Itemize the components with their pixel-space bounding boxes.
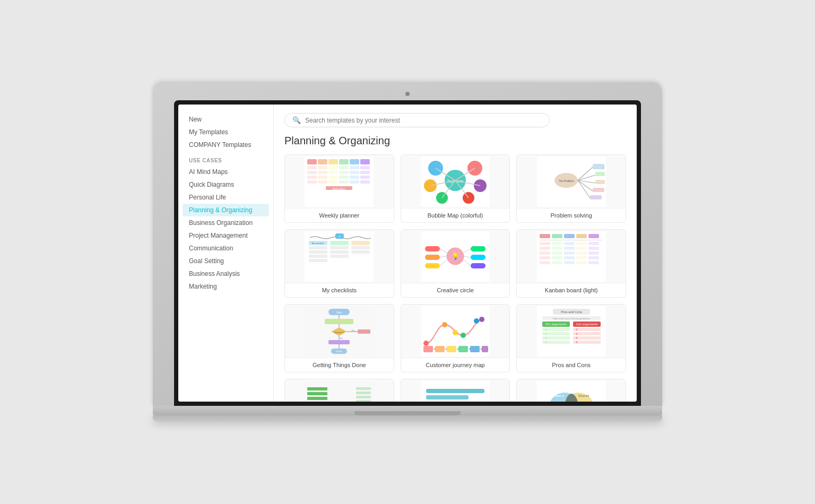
svg-rect-136: [358, 329, 370, 334]
template-label-getting-things-done: Getting Things Done: [285, 358, 394, 372]
svg-rect-99: [576, 234, 587, 238]
template-label-problem-solving: Problem solving: [517, 208, 626, 222]
sidebar-item-business-organization[interactable]: Business Organization: [178, 216, 273, 229]
svg-rect-5: [350, 159, 359, 164]
template-card-my-checklists[interactable]: ✓ My checklist My checklists: [284, 229, 394, 298]
template-card-venn-diagram[interactable]: Item 1 Shared: [516, 379, 626, 402]
template-thumb-pros-and-cons: Pros and Cons Table of the most of the k…: [517, 305, 626, 358]
sidebar-item-new[interactable]: New: [178, 113, 273, 126]
sidebar-item-quick-diagrams[interactable]: Quick Diagrams: [178, 178, 273, 191]
svg-rect-126: [588, 261, 599, 264]
svg-rect-103: [552, 242, 562, 245]
sidebar-item-communication[interactable]: Communication: [178, 242, 273, 255]
svg-rect-122: [540, 261, 550, 264]
pros-cons-svg: Pros and Cons Table of the most of the k…: [537, 306, 606, 357]
svg-text:Yes: Yes: [351, 329, 355, 332]
svg-rect-56: [593, 164, 604, 169]
svg-rect-123: [552, 261, 562, 264]
template-label-creative-circle: Creative circle: [401, 283, 510, 297]
svg-rect-104: [564, 242, 575, 245]
svg-rect-70: [330, 246, 349, 249]
svg-rect-119: [564, 256, 575, 259]
template-card-weekly-planner[interactable]: Main ideas Weekly planner: [284, 154, 394, 223]
my-checklists-svg: ✓ My checklist: [305, 231, 374, 282]
template-thumb-problem-solving: The Problem: [517, 155, 626, 208]
search-bar[interactable]: 🔍: [284, 113, 550, 127]
sidebar-item-planning-organizing[interactable]: Planning & Organizing: [183, 204, 269, 216]
svg-rect-58: [595, 180, 605, 184]
template-card-creative-circle[interactable]: 💡: [401, 229, 510, 298]
template-thumb-timeline: [401, 379, 510, 402]
template-card-getting-things-done[interactable]: Start Decision?: [284, 304, 394, 372]
svg-rect-26: [318, 180, 327, 184]
svg-rect-59: [593, 188, 604, 192]
svg-rect-18: [360, 171, 370, 174]
svg-text:My checklist: My checklist: [312, 242, 324, 245]
screen-bezel: New My Templates COMPANY Templates USE C…: [174, 100, 641, 406]
svg-rect-21: [328, 176, 338, 179]
sidebar-item-ai-mind-maps[interactable]: AI Mind Maps: [178, 166, 273, 178]
sidebar-item-goal-setting[interactable]: Goal Setting: [178, 255, 273, 267]
template-card-timeline[interactable]: [401, 379, 510, 402]
laptop-bottom: [153, 415, 662, 422]
template-card-problem-solving[interactable]: The Problem: [516, 154, 626, 223]
svg-rect-107: [540, 247, 550, 250]
svg-rect-199: [356, 387, 371, 390]
svg-rect-4: [339, 159, 349, 164]
template-card-kanban-board[interactable]: Kanban board (light): [516, 229, 626, 298]
svg-rect-191: [307, 402, 327, 402]
svg-text:✓: ✓: [545, 341, 547, 344]
svg-rect-152: [435, 346, 445, 352]
svg-rect-110: [576, 247, 587, 250]
svg-text:Decision?: Decision?: [335, 331, 344, 334]
weekly-planner-svg: Main ideas: [305, 157, 374, 207]
svg-text:No: No: [340, 337, 343, 340]
svg-rect-200: [356, 392, 371, 394]
svg-rect-17: [350, 171, 359, 174]
svg-rect-66: [309, 250, 327, 254]
svg-text:Done: Done: [336, 350, 342, 353]
kanban-svg: [537, 231, 606, 282]
search-icon: 🔍: [292, 116, 301, 124]
template-thumb-my-checklists: ✓ My checklist: [285, 230, 394, 283]
svg-text:The Problem: The Problem: [558, 179, 574, 183]
sidebar-item-my-templates[interactable]: My Templates: [178, 126, 273, 138]
svg-rect-8: [318, 166, 327, 169]
template-thumb-venn-diagram: Item 1 Shared: [517, 379, 626, 402]
sidebar-item-project-management[interactable]: Project Management: [178, 229, 273, 242]
svg-text:Main ideas: Main ideas: [333, 187, 346, 190]
svg-rect-115: [576, 251, 587, 255]
svg-rect-116: [588, 251, 599, 255]
template-card-customer-journey-map[interactable]: Customer journey map: [401, 304, 510, 372]
laptop-base: [153, 406, 662, 415]
svg-text:💡: 💡: [451, 252, 459, 260]
sidebar-item-company-templates[interactable]: COMPANY Templates: [178, 138, 273, 151]
svg-rect-118: [552, 256, 562, 259]
journey-svg: [421, 306, 490, 357]
svg-rect-111: [588, 247, 599, 250]
sidebar-item-marketing[interactable]: Marketing: [178, 280, 273, 293]
svg-point-147: [453, 330, 458, 335]
template-card-bubble-map[interactable]: Topic idea: [401, 154, 510, 223]
svg-rect-98: [564, 234, 575, 238]
sidebar-item-business-analysis[interactable]: Business Analysis: [178, 267, 273, 280]
svg-rect-202: [356, 400, 371, 402]
svg-point-146: [442, 322, 447, 327]
template-label-my-checklists: My checklists: [285, 283, 394, 297]
sidebar-item-personal-life[interactable]: Personal Life: [178, 191, 273, 204]
svg-rect-88: [471, 263, 485, 268]
svg-rect-28: [339, 180, 349, 184]
venn-svg: Item 1 Shared: [537, 381, 606, 402]
template-card-pros-and-cons[interactable]: Pros and Cons Table of the most of the k…: [516, 304, 626, 372]
green-lines-svg: key steps: [305, 381, 374, 402]
svg-rect-189: [307, 392, 327, 395]
template-label-bubble-map: Bubble Map (colorful): [401, 208, 510, 222]
svg-point-150: [479, 317, 484, 322]
svg-rect-101: [540, 240, 602, 240]
svg-rect-1: [307, 159, 317, 164]
search-input[interactable]: [305, 117, 542, 124]
template-card-green-lines[interactable]: key steps: [284, 379, 394, 402]
svg-rect-156: [482, 346, 488, 352]
template-thumb-green-lines: key steps: [285, 379, 394, 402]
svg-rect-13: [307, 171, 317, 174]
